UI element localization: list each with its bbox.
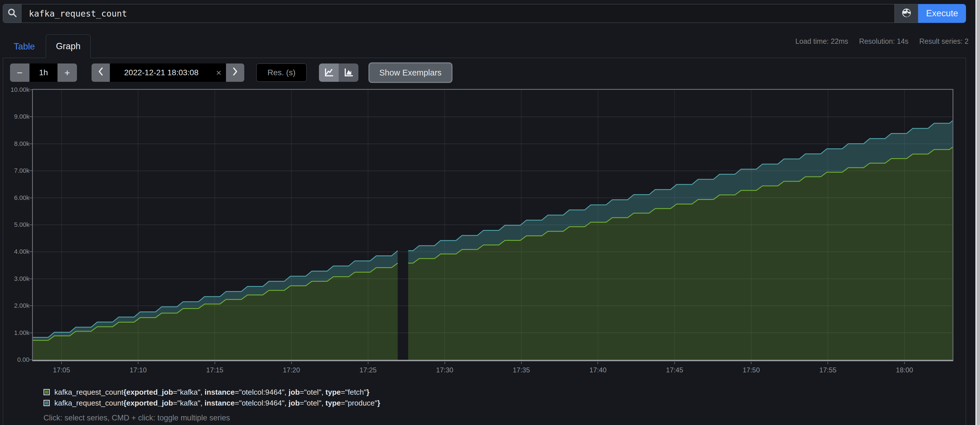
- y-axis-label: 6.00k: [1, 194, 29, 202]
- stacked-chart-icon: [343, 67, 354, 79]
- y-axis-tick: [29, 333, 32, 333]
- x-axis-label: 17:40: [581, 366, 615, 374]
- line-chart-toggle-button[interactable]: [319, 64, 339, 82]
- legend-item[interactable]: kafka_request_count{exported_job="kafka"…: [43, 398, 380, 408]
- execute-button[interactable]: Execute: [918, 4, 966, 23]
- resolution: Resolution: 14s: [859, 37, 908, 46]
- legend: kafka_request_count{exported_job="kafka"…: [43, 387, 380, 422]
- range-decrease-button[interactable]: −: [10, 64, 29, 82]
- legend-series-text: kafka_request_count{exported_job="kafka"…: [54, 388, 369, 397]
- globe-icon: [900, 7, 913, 20]
- y-axis-label: 10.00k: [1, 86, 29, 94]
- chart-type-toggle: [319, 64, 358, 82]
- y-axis-label: 5.00k: [1, 221, 29, 229]
- search-icon: [7, 8, 18, 19]
- datetime-picker: ×: [92, 64, 244, 82]
- range-increase-button[interactable]: +: [57, 64, 77, 82]
- legend-swatch: [43, 389, 50, 395]
- y-axis-label: 0.00: [1, 356, 29, 363]
- x-axis-tick: [138, 362, 138, 364]
- datetime-input[interactable]: [110, 68, 226, 77]
- y-axis-tick: [29, 89, 32, 90]
- y-axis-tick: [29, 116, 32, 117]
- y-axis-tick: [29, 170, 32, 171]
- time-forward-button[interactable]: [226, 64, 244, 82]
- tab-table[interactable]: Table: [9, 38, 40, 55]
- range-stepper: − +: [10, 64, 77, 82]
- y-axis-label: 1.00k: [1, 329, 29, 337]
- y-axis-label: 4.00k: [1, 248, 29, 255]
- y-axis-label: 9.00k: [1, 113, 29, 120]
- line-chart-icon: [323, 67, 334, 79]
- x-axis-tick: [904, 362, 905, 364]
- y-axis-tick: [29, 224, 32, 225]
- y-axis-tick: [29, 143, 32, 144]
- legend-swatch: [43, 400, 50, 406]
- query-input[interactable]: [21, 4, 894, 22]
- query-input-group: [3, 4, 895, 23]
- prometheus-expression-browser: Execute Load time: 22ms Resolution: 14s …: [0, 0, 980, 425]
- range-input[interactable]: [29, 64, 57, 82]
- y-axis-tick: [29, 279, 32, 279]
- page-scrollbar[interactable]: [975, 0, 980, 425]
- x-axis-tick: [291, 362, 292, 364]
- x-axis-label: 17:25: [351, 366, 385, 374]
- x-axis-label: 17:10: [121, 366, 155, 374]
- y-axis-tick: [29, 251, 32, 252]
- chevron-left-icon: [97, 67, 104, 79]
- x-axis-label: 17:30: [428, 366, 462, 374]
- scrollbar-thumb[interactable]: [977, 0, 980, 425]
- time-back-button[interactable]: [92, 64, 110, 82]
- x-axis-tick: [215, 362, 215, 364]
- graph-canvas[interactable]: [33, 90, 953, 360]
- datetime-input-wrap: ×: [110, 64, 226, 82]
- x-axis-label: 17:35: [504, 366, 539, 374]
- legend-series-text: kafka_request_count{exported_job="kafka"…: [54, 399, 380, 407]
- show-exemplars-button[interactable]: Show Exemplars: [368, 62, 453, 83]
- x-axis-tick: [444, 362, 445, 364]
- x-axis-label: 17:20: [274, 366, 309, 374]
- y-axis-label: 8.00k: [1, 140, 29, 148]
- x-axis-label: 17:45: [657, 366, 692, 374]
- x-axis-label: 17:15: [198, 366, 232, 374]
- x-axis-label: 17:55: [811, 366, 845, 374]
- legend-item[interactable]: kafka_request_count{exported_job="kafka"…: [43, 387, 380, 398]
- y-axis-label: 2.00k: [1, 302, 29, 309]
- chevron-right-icon: [232, 67, 238, 79]
- x-axis-label: 17:05: [45, 366, 79, 374]
- x-axis-tick: [598, 362, 598, 364]
- y-axis-tick: [29, 197, 32, 198]
- x-axis-tick: [61, 362, 62, 364]
- x-axis-label: 18:00: [887, 366, 922, 374]
- x-axis-tick: [521, 362, 522, 364]
- x-axis-tick: [368, 362, 368, 364]
- y-axis-tick: [29, 360, 32, 360]
- metrics-explorer-button[interactable]: [895, 4, 918, 23]
- stacked-chart-toggle-button[interactable]: [339, 64, 358, 82]
- query-stats: Load time: 22ms Resolution: 14s Result s…: [795, 37, 969, 46]
- y-axis-label: 7.00k: [1, 167, 29, 175]
- x-axis-tick: [751, 362, 751, 364]
- y-axis-tick: [29, 306, 32, 306]
- search-icon-box: [3, 4, 21, 22]
- result-series: Result series: 2: [920, 37, 969, 46]
- legend-help-note: Click: select series, CMD + click: toggl…: [43, 414, 380, 422]
- clear-datetime-icon[interactable]: ×: [216, 64, 221, 82]
- x-axis-tick: [674, 362, 675, 364]
- x-axis-label: 17:50: [734, 366, 768, 374]
- y-axis-label: 3.00k: [1, 275, 29, 283]
- load-time: Load time: 22ms: [795, 37, 848, 46]
- resolution-input[interactable]: [256, 64, 307, 82]
- tab-graph[interactable]: Graph: [46, 34, 91, 58]
- x-axis-tick: [827, 362, 828, 364]
